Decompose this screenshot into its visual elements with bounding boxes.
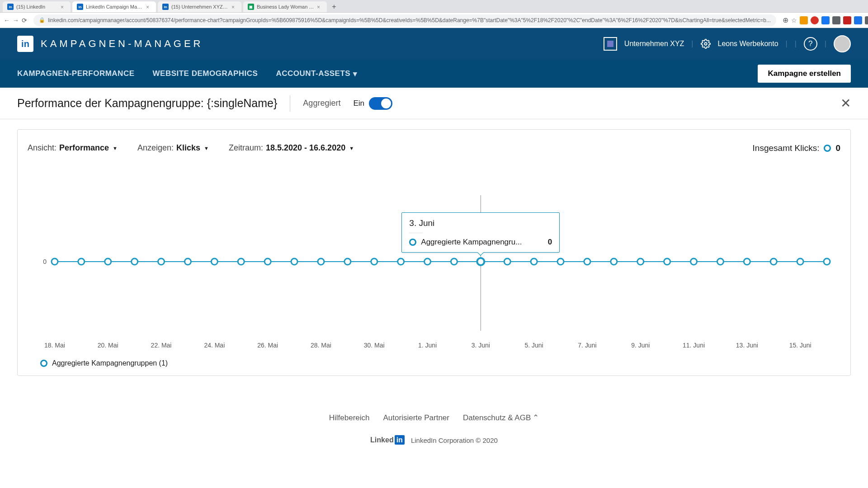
svg-point-27 (691, 258, 697, 265)
svg-point-4 (78, 258, 85, 265)
secondary-nav: KAMPAGNEN-PERFORMANCE WEBSITE DEMOGRAPHI… (0, 60, 868, 88)
browser-toolbar: ← → ⟳ 🔒 linkedin.com/campaignmanager/acc… (0, 13, 868, 28)
tab-close-icon[interactable]: × (146, 4, 151, 9)
url-text: linkedin.com/campaignmanager/account/508… (48, 17, 771, 23)
back-button[interactable]: ← (4, 15, 10, 25)
chart-legend: Aggregierte Kampagnengruppen (1) (28, 359, 840, 367)
footer-partners-link[interactable]: Autorisierte Partner (383, 413, 449, 422)
extension-icon[interactable] (865, 16, 868, 24)
linkedin-wordmark: Linkedin (370, 436, 405, 444)
svg-point-6 (132, 258, 138, 265)
svg-text:28. Mai: 28. Mai (311, 342, 331, 349)
aggregated-label: Aggregiert (303, 99, 340, 108)
svg-point-15 (371, 258, 377, 265)
svg-point-8 (184, 258, 191, 265)
svg-point-25 (637, 258, 644, 265)
extension-icon[interactable] (832, 16, 840, 24)
browser-tab[interactable]: inLinkedIn Campaign Manager× (72, 1, 156, 12)
svg-point-31 (797, 258, 803, 265)
footer: Hilfebereich Autorisierte Partner Datens… (0, 386, 868, 453)
svg-text:11. Juni: 11. Juni (683, 342, 705, 349)
address-bar[interactable]: 🔒 linkedin.com/campaignmanager/account/5… (33, 14, 776, 26)
legend-series-name: Aggregierte Kampagnengruppen (1) (52, 359, 168, 367)
nav-website-demographics[interactable]: WEBSITE DEMOGRAPHICS (153, 69, 258, 79)
chevron-up-icon: ⌃ (533, 413, 539, 422)
svg-point-20 (504, 258, 510, 265)
chart-card: Ansicht: Performance ▼ Anzeigen: Klicks … (17, 129, 851, 376)
browser-tab-strip: in(15) LinkedIn× inLinkedIn Campaign Man… (0, 0, 868, 13)
tab-close-icon[interactable]: × (231, 4, 237, 9)
svg-point-24 (611, 258, 617, 265)
view-selector[interactable]: Ansicht: Performance ▼ (28, 141, 118, 155)
toggle-label: Ein (353, 99, 364, 108)
svg-text:7. Juni: 7. Juni (578, 342, 596, 349)
svg-text:3. Juni: 3. Juni (472, 342, 490, 349)
page-title: Performance der Kampagnengruppe: {:singl… (17, 97, 277, 110)
browser-tab[interactable]: ▣Business Lady Woman - Free× (243, 1, 327, 12)
new-tab-button[interactable]: + (329, 1, 340, 12)
extension-icon[interactable] (821, 16, 830, 24)
caret-down-icon: ▼ (113, 145, 118, 151)
title-bar: Performance der Kampagnengruppe: {:singl… (0, 88, 868, 119)
line-chart[interactable]: 018. Mai20. Mai22. Mai24. Mai26. Mai28. … (28, 168, 840, 356)
browser-tab[interactable]: in(15) LinkedIn× (3, 1, 71, 12)
nav-account-assets[interactable]: ACCOUNT-ASSETS▾ (276, 69, 357, 79)
extension-icon[interactable] (800, 16, 808, 24)
svg-text:0: 0 (43, 258, 47, 265)
company-logo[interactable] (604, 37, 617, 51)
svg-text:26. Mai: 26. Mai (257, 342, 278, 349)
svg-point-12 (291, 258, 297, 265)
app-header: in KAMPAGNEN-MANAGER Unternehmen XYZ | L… (0, 28, 868, 60)
svg-point-23 (584, 258, 590, 265)
chart-tooltip: 3. Juni Aggregierte Kampagnengru... 0 (401, 212, 560, 253)
footer-help-link[interactable]: Hilfebereich (329, 413, 370, 422)
avatar[interactable] (834, 35, 851, 52)
create-campaign-button[interactable]: Kampagne erstellen (758, 65, 851, 83)
svg-text:1. Juni: 1. Juni (418, 342, 437, 349)
svg-point-21 (531, 258, 537, 265)
svg-text:30. Mai: 30. Mai (364, 342, 385, 349)
chart-area[interactable]: 018. Mai20. Mai22. Mai24. Mai26. Mai28. … (28, 168, 840, 356)
gear-icon[interactable] (701, 39, 711, 49)
svg-text:5. Juni: 5. Juni (525, 342, 543, 349)
account-name[interactable]: Leons Werbekonto (718, 40, 778, 48)
nav-campaign-performance[interactable]: KAMPAGNEN-PERFORMANCE (17, 69, 135, 79)
svg-point-16 (398, 258, 404, 265)
company-name[interactable]: Unternehmen XYZ (624, 40, 684, 48)
series-marker-icon (40, 360, 47, 367)
bookmark-icon[interactable]: ☆ (791, 15, 797, 25)
footer-privacy-link[interactable]: Datenschutz & AGB⌃ (463, 413, 539, 422)
series-marker-icon (409, 239, 416, 246)
caret-down-icon: ▼ (204, 145, 209, 151)
svg-text:24. Mai: 24. Mai (204, 342, 225, 349)
svg-point-0 (704, 42, 707, 45)
daterange-selector[interactable]: Zeitraum: 18.5.2020 - 16.6.2020 ▼ (229, 141, 354, 155)
extension-icon[interactable] (811, 16, 819, 24)
close-icon[interactable]: ✕ (840, 96, 851, 111)
linkedin-logo[interactable]: in (17, 36, 33, 52)
app-title: KAMPAGNEN-MANAGER (41, 38, 203, 50)
svg-point-19 (477, 258, 484, 265)
svg-point-17 (425, 258, 431, 265)
tab-close-icon[interactable]: × (317, 4, 322, 9)
browser-tab[interactable]: in(15) Unternehmen XYZ: Admin× (158, 1, 241, 12)
tooltip-value: 0 (548, 238, 552, 247)
svg-point-18 (451, 258, 457, 265)
help-icon[interactable]: ? (804, 37, 817, 51)
extension-icon[interactable] (854, 16, 862, 24)
tooltip-series: Aggregierte Kampagnengru... (421, 238, 522, 247)
svg-point-13 (318, 258, 324, 265)
extension-icon[interactable] (843, 16, 851, 24)
svg-point-26 (664, 258, 670, 265)
tab-close-icon[interactable]: × (61, 4, 66, 9)
metric-selector[interactable]: Anzeigen: Klicks ▼ (137, 141, 209, 155)
svg-point-28 (717, 258, 723, 265)
svg-text:13. Juni: 13. Juni (736, 342, 758, 349)
aggregated-toggle[interactable] (369, 97, 392, 110)
series-marker-icon (824, 145, 831, 152)
forward-button[interactable]: → (13, 15, 19, 25)
svg-text:9. Juni: 9. Juni (631, 342, 650, 349)
reload-button[interactable]: ⟳ (22, 15, 27, 25)
search-icon[interactable]: ⊕ (783, 15, 788, 25)
svg-point-22 (557, 258, 564, 265)
